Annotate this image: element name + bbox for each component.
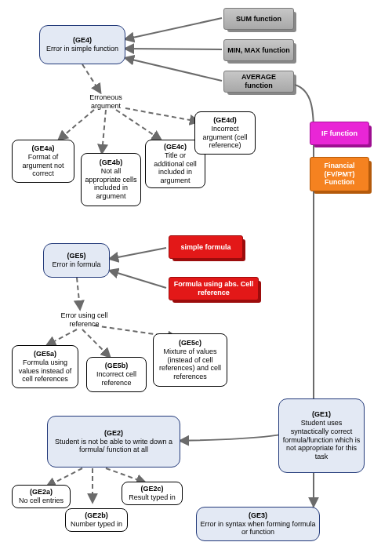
node-ge2b: (GE2b)Number typed in [65,508,128,532]
banner-label: SUM function [236,15,281,24]
node-text: Mixture of values (instead of cell refer… [159,347,221,380]
label-text: Erroneous argument [74,93,138,111]
node-title: (GE4c) [164,143,187,151]
node-ge4: (GE4)Error in simple function [39,25,125,64]
banner-sum: SUM function [223,8,294,30]
banner-if: IF function [310,122,369,145]
node-text: Student uses syntactically correct formu… [283,419,361,460]
node-text: Formula using values instead of cell ref… [19,358,72,384]
node-ge5b: (GE5b)Incorrect cell reference [86,357,147,392]
banner-average: AVERAGE function [223,71,294,93]
node-text: Error in simple function [46,45,118,53]
banner-label: simple formula [180,243,230,252]
label-text: Error using cell reference [54,311,114,329]
node-ge5: (GE5)Error in formula [43,243,110,278]
node-text: No cell entries [19,497,64,504]
node-ge3: (GE3)Error in syntax when forming formul… [196,507,320,541]
svg-line-0 [125,18,222,39]
svg-line-3 [82,64,100,93]
node-title: (GE4d) [213,116,237,124]
node-text: Error in syntax when forming formula or … [200,520,315,537]
svg-line-12 [82,329,110,357]
banner-label: Formula using abs. Cell reference [172,280,255,297]
node-title: (GE2b) [85,511,108,519]
node-title: (GE4) [73,36,92,44]
node-text: Result typed in [129,493,176,501]
node-title: (GE2a) [30,488,53,496]
node-ge1: (GE1)Student uses syntactically correct … [278,398,365,473]
node-text: Format of argument not correct [22,153,64,178]
node-ge5c: (GE5c)Mixture of values (instead of cell… [153,333,227,387]
node-text: Error in formula [52,260,100,268]
node-text: Title or additional cell included in arg… [154,151,197,184]
svg-line-11 [47,329,77,345]
svg-line-4 [59,110,94,140]
node-ge2: (GE2)Student is not be able to write dow… [47,416,180,468]
svg-line-16 [106,468,145,482]
label-erroneous-argument: Erroneous argument [71,93,141,111]
banner-label: Financial (FV/PMT) Function [314,162,365,187]
node-ge2c: (GE2c)Result typed in [122,482,183,505]
node-ge4d: (GE4d)Incorrect argument (cell reference… [194,111,256,155]
banner-minmax: MIN, MAX function [223,39,294,61]
label-error-cell-reference: Error using cell reference [51,309,118,331]
svg-line-10 [77,278,80,309]
node-title: (GE5) [67,252,85,260]
node-title: (GE4a) [31,144,54,152]
node-text: Number typed in [71,520,122,528]
svg-line-5 [102,110,106,153]
node-ge4b: (GE4b)Not all appropriate cells included… [81,153,141,206]
node-text: Incorrect argument (cell reference) [202,125,247,150]
svg-line-9 [110,271,166,288]
node-title: (GE5b) [105,362,129,369]
svg-line-8 [110,248,166,259]
node-title: (GE5a) [34,350,56,358]
banner-label: IF function [321,129,358,138]
node-text: Incorrect cell reference [96,370,136,387]
node-title: (GE4b) [100,158,123,166]
node-title: (GE5c) [179,339,201,347]
svg-line-14 [47,468,82,486]
svg-line-2 [125,58,222,81]
node-ge4a: (GE4a)Format of argument not correct [12,140,74,183]
banner-label: MIN, MAX function [227,46,290,55]
node-title: (GE3) [249,511,267,519]
node-title: (GE1) [312,410,331,418]
banner-financial: Financial (FV/PMT) Function [310,157,369,191]
node-title: (GE2c) [140,485,163,493]
svg-line-1 [125,49,222,49]
node-ge5a: (GE5a)Formula using values instead of ce… [12,345,78,388]
banner-label: AVERAGE function [227,73,290,90]
node-title: (GE2) [104,429,123,437]
banner-simple-formula: simple formula [169,235,243,259]
node-text: Student is not be able to write down a f… [55,438,172,454]
svg-line-6 [116,110,161,140]
node-ge2a: (GE2a)No cell entries [12,485,71,508]
node-text: Not all appropriate cells included in ar… [85,167,136,200]
banner-abs-formula: Formula using abs. Cell reference [169,277,259,300]
